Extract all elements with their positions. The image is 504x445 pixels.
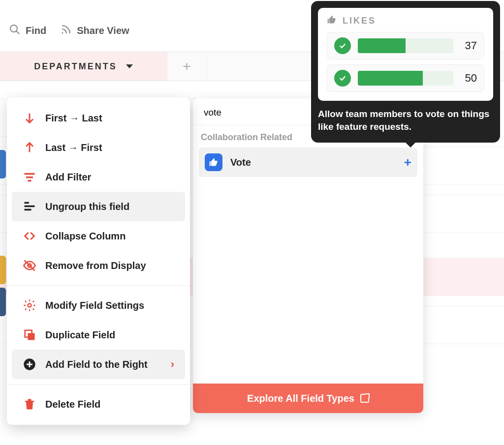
check-circle-icon xyxy=(334,70,351,87)
menu-label: Add Filter xyxy=(45,172,91,183)
gear-icon xyxy=(23,298,36,312)
find-button[interactable]: Find xyxy=(9,24,46,38)
menu-label: Last → First xyxy=(45,142,102,153)
chevron-right-icon: › xyxy=(171,358,174,371)
svg-point-2 xyxy=(62,32,63,33)
menu-remove-from-display[interactable]: Remove from Display xyxy=(12,251,185,280)
field-option-vote[interactable]: Vote + xyxy=(199,148,417,177)
menu-separator xyxy=(7,384,190,385)
share-view-button[interactable]: Share View xyxy=(60,24,129,38)
progress-bar xyxy=(358,38,453,53)
tooltip-tail xyxy=(405,142,416,148)
share-view-label: Share View xyxy=(77,25,129,36)
menu-sort-first-last[interactable]: First → Last xyxy=(12,103,185,133)
thumbs-up-icon xyxy=(327,15,337,27)
svg-rect-19 xyxy=(28,399,32,401)
find-label: Find xyxy=(26,25,46,36)
column-context-menu: First → Last Last → First Add Filter Ung… xyxy=(7,97,190,425)
likes-value: 50 xyxy=(460,72,477,85)
svg-rect-9 xyxy=(25,206,35,208)
arrow-up-icon xyxy=(23,141,36,154)
svg-rect-20 xyxy=(25,401,34,402)
plus-icon: + xyxy=(183,59,190,74)
tooltip-preview-card: LIKES 37 50 xyxy=(318,8,493,101)
field-type-picker: Collaboration Related Vote + Explore All… xyxy=(193,98,423,413)
svg-rect-10 xyxy=(25,209,32,211)
menu-label: Modify Field Settings xyxy=(45,300,144,311)
menu-label: Collapse Column xyxy=(45,231,126,242)
menu-add-filter[interactable]: Add Filter xyxy=(12,162,185,192)
likes-value: 37 xyxy=(460,39,477,52)
field-type-tooltip: LIKES 37 50 Allow team members to vote o… xyxy=(311,1,500,143)
caret-down-icon xyxy=(126,64,133,68)
likes-row: 50 xyxy=(327,64,484,92)
likes-row: 37 xyxy=(327,32,484,59)
menu-add-field-right[interactable]: Add Field to the Right › xyxy=(12,350,185,379)
copy-icon xyxy=(23,328,36,342)
svg-rect-5 xyxy=(25,173,35,175)
ungroup-icon xyxy=(23,200,36,213)
collapse-icon xyxy=(23,229,36,243)
plus-circle-icon xyxy=(23,357,36,371)
column-header-label: DEPARTMENTS xyxy=(34,61,117,72)
svg-rect-7 xyxy=(28,180,32,182)
svg-line-1 xyxy=(16,31,19,34)
menu-sort-last-first[interactable]: Last → First xyxy=(12,133,185,162)
eye-off-icon xyxy=(23,259,36,272)
tooltip-title: LIKES xyxy=(343,16,376,26)
menu-separator xyxy=(7,285,190,286)
search-icon xyxy=(9,24,21,38)
thumbs-up-icon xyxy=(205,153,222,171)
svg-point-13 xyxy=(28,304,32,307)
menu-label: Add Field to the Right xyxy=(45,359,148,370)
menu-ungroup-field[interactable]: Ungroup this field xyxy=(12,192,185,221)
external-link-icon xyxy=(360,394,369,403)
svg-rect-8 xyxy=(25,202,29,204)
explore-label: Explore All Field Types xyxy=(247,393,354,404)
add-field-icon[interactable]: + xyxy=(404,155,411,170)
menu-label: Ungroup this field xyxy=(45,201,129,212)
svg-rect-15 xyxy=(28,333,35,340)
arrow-down-icon xyxy=(23,111,36,125)
rss-icon xyxy=(60,24,72,38)
menu-label: First → Last xyxy=(45,113,102,124)
column-header-departments[interactable]: DEPARTMENTS xyxy=(0,52,167,81)
menu-label: Remove from Display xyxy=(45,260,146,271)
group-chip xyxy=(0,150,6,178)
menu-delete-field[interactable]: Delete Field xyxy=(12,389,185,419)
tooltip-description: Allow team members to vote on things lik… xyxy=(318,108,493,133)
menu-label: Duplicate Field xyxy=(45,329,115,341)
menu-collapse-column[interactable]: Collapse Column xyxy=(12,221,185,251)
menu-modify-field-settings[interactable]: Modify Field Settings xyxy=(12,291,185,320)
check-circle-icon xyxy=(334,37,351,54)
progress-bar xyxy=(358,71,453,86)
add-column-button[interactable]: + xyxy=(167,52,207,81)
explore-field-types-button[interactable]: Explore All Field Types xyxy=(193,384,423,413)
field-option-label: Vote xyxy=(230,157,251,168)
menu-duplicate-field[interactable]: Duplicate Field xyxy=(12,320,185,350)
trash-icon xyxy=(23,397,36,411)
menu-label: Delete Field xyxy=(45,399,100,410)
svg-rect-6 xyxy=(26,177,33,178)
group-chip xyxy=(0,256,6,284)
svg-point-0 xyxy=(10,25,17,32)
filter-icon xyxy=(23,170,36,184)
group-chip xyxy=(0,288,6,316)
